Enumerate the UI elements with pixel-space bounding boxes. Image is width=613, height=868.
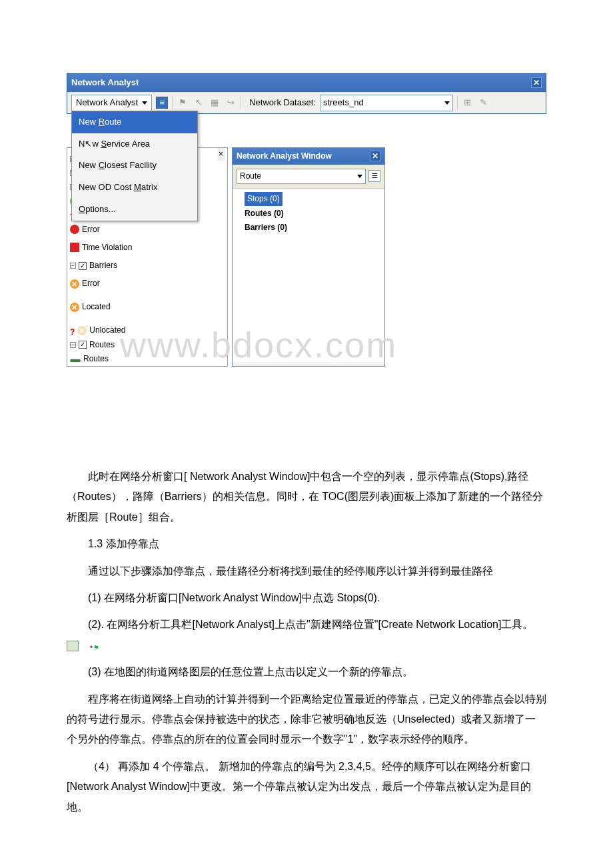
toolbar-separator <box>241 96 241 109</box>
na-window-toggle-icon[interactable]: ≡ <box>156 97 168 109</box>
checkbox-icon[interactable]: ✓ <box>79 262 87 270</box>
na-window: Network Analyst Window ✕ Route ☰ Stops (… <box>232 147 385 367</box>
na-layer-select[interactable]: Route <box>237 169 366 184</box>
na-dropdown-wrap: Network Analyst New Route N↖w Service Ar… <box>71 95 152 111</box>
menu-new-closest-facility[interactable]: New Closest Facility <box>72 155 197 177</box>
nd-label: Network Dataset: <box>249 96 316 110</box>
menu-new-service-area[interactable]: N↖w Service Area <box>72 133 197 155</box>
toc-time-violation: Time Violation <box>70 241 225 255</box>
paragraph-text: (2). 在网络分析工具栏[Network Analyst]上点击"新建网络位置… <box>88 619 533 630</box>
paragraph: 通过以下步骤添加停靠点，最佳路径分析将找到最佳的经停顺序以计算并得到最佳路径 <box>67 561 546 581</box>
na-toolbar-titlebar: Network Analyst ✕ <box>67 74 546 92</box>
toc-b-unlocated: ?Unlocated <box>70 323 225 337</box>
paragraph: 程序将在街道网络上自动的计算并得到一个距离给定位置最近的停靠点，已定义的停靠点会… <box>67 689 546 750</box>
na-window-body: Stops (0) Routes (0) Barriers (0) <box>233 189 384 362</box>
na-window-select-row: Route ☰ <box>233 165 384 189</box>
naw-routes[interactable]: Routes (0) <box>245 207 380 221</box>
toc-b-located: Located <box>70 300 225 314</box>
close-icon[interactable]: ✕ <box>531 77 542 88</box>
toc-barriers-label: Barriers <box>89 259 117 272</box>
route-line-icon <box>70 359 81 362</box>
toc-b-located-label: Located <box>82 301 111 313</box>
paragraph: (3) 在地图的街道网络图层的任意位置上点击以定义一个新的停靠点。 <box>67 662 546 682</box>
chevron-down-icon <box>357 175 362 178</box>
toc-barriers[interactable]: −✓Barriers <box>70 259 225 273</box>
na-toolbar-row: Network Analyst New Route N↖w Service Ar… <box>67 92 546 113</box>
paragraph: (1) 在网络分析窗口[Network Analyst Window]中点选 S… <box>67 588 546 608</box>
toc-b-error-label: Error <box>82 277 100 290</box>
menu-new-route[interactable]: New Route <box>72 111 197 133</box>
paragraph: 此时在网络分析窗口[ Network Analyst Window]中包含一个空… <box>67 467 546 527</box>
na-layer-select-value: Route <box>240 170 261 183</box>
paragraph: （4） 再添加 4 个停靠点。 新增加的停靠点的编号为 2,3,4,5。经停的顺… <box>67 757 546 817</box>
toc-routes-sub-label: Routes <box>83 353 109 365</box>
na-toolbar: Network Analyst ✕ Network Analyst New Ro… <box>67 73 546 114</box>
error-x-icon <box>70 279 79 289</box>
na-dropdown-label: Network Analyst <box>76 96 138 110</box>
toc-error-label: Error <box>82 223 100 236</box>
na-properties-button[interactable]: ☰ <box>368 170 380 182</box>
nd-select-value: streets_nd <box>323 96 364 110</box>
chevron-down-icon <box>142 101 147 105</box>
paragraph: (2). 在网络分析工具栏[Network Analyst]上点击"新建网络位置… <box>67 615 546 655</box>
red-square-icon <box>70 243 79 252</box>
na-dropdown-menu: New Route N↖w Service Area New Closest F… <box>71 111 198 221</box>
naw-barriers[interactable]: Barriers (0) <box>245 221 380 235</box>
na-toolbar-title: Network Analyst <box>71 76 139 90</box>
toc-routes[interactable]: −✓Routes <box>70 338 225 352</box>
identify-icon[interactable]: ⊞ <box>462 97 474 109</box>
question-icon: ? <box>70 326 75 335</box>
faded-x-icon <box>77 326 87 335</box>
paragraph: 1.3 添加停靠点 <box>67 534 546 554</box>
create-location-icon[interactable]: ⚑ <box>177 97 189 109</box>
toc-routes-label: Routes <box>89 339 115 351</box>
chevron-down-icon <box>444 101 450 105</box>
menu-options[interactable]: Options... <box>72 199 197 221</box>
directions-icon[interactable]: ↪ <box>225 97 237 109</box>
na-dropdown-button[interactable]: Network Analyst <box>71 95 152 111</box>
na-window-title: Network Analyst Window <box>237 150 332 163</box>
toc-b-error: Error <box>70 277 225 291</box>
close-icon[interactable]: × <box>217 148 225 161</box>
toc-routes-sym: Routes <box>70 352 225 366</box>
checkbox-icon[interactable]: ✓ <box>79 341 87 349</box>
collapse-icon[interactable]: − <box>70 263 76 269</box>
toc-error: Error <box>70 223 225 237</box>
naw-stops[interactable]: Stops (0) <box>245 192 283 206</box>
select-move-icon[interactable]: ↖ <box>193 97 205 109</box>
solve-icon[interactable]: ▦ <box>209 97 221 109</box>
nd-select[interactable]: streets_nd <box>320 95 453 111</box>
menu-new-od-cost-matrix[interactable]: New OD Cost Matrix <box>72 177 197 199</box>
collapse-icon[interactable]: − <box>70 342 76 348</box>
toc-b-unlocated-label: Unlocated <box>89 324 125 337</box>
red-dot-icon <box>70 225 79 234</box>
toc-tv-label: Time Violation <box>82 241 132 254</box>
create-location-tool-icon <box>67 641 79 651</box>
toolbar-separator <box>457 96 458 109</box>
close-icon[interactable]: ✕ <box>370 151 380 161</box>
toolbar-separator <box>172 96 173 109</box>
build-icon[interactable]: ✎ <box>478 97 490 109</box>
na-window-titlebar: Network Analyst Window ✕ <box>233 148 384 165</box>
error-x-icon <box>70 303 79 312</box>
